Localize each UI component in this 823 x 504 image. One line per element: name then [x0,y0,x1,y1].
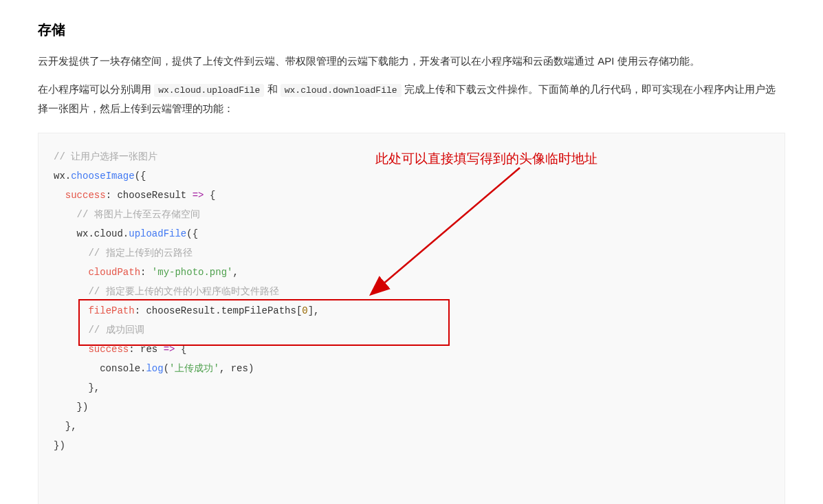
code-block: // 让用户选择一张图片 wx.chooseImage({ success: c… [38,133,785,504]
code-comment: // 成功回调 [88,325,144,336]
code-token: cloud [94,228,123,239]
code-token: console [100,363,140,374]
code-token: chooseResult [117,190,186,201]
section-title: 存储 [38,21,785,39]
code-token: success [65,190,106,201]
code-token: wx [54,171,65,182]
text-segment: 和 [264,83,280,95]
code-token: 0 [302,305,307,316]
svg-line-1 [382,168,520,285]
inline-code-download: wx.cloud.downloadFile [281,84,402,97]
code-token: chooseImage [71,171,134,182]
code-token: '上传成功' [169,363,219,374]
code-token: res [140,344,157,355]
code-token: chooseResult [146,305,215,316]
code-token: 'my-photo.png' [152,267,233,278]
code-token: filePath [88,305,134,316]
code-comment: // 指定上传到的云路径 [88,248,192,259]
code-token: res [231,363,248,374]
code-comment: // 指定要上传的文件的小程序临时文件路径 [88,286,278,297]
code-token: log [146,363,163,374]
code-comment: // 将图片上传至云存储空间 [77,209,200,220]
code-comment: // 让用户选择一张图片 [54,151,157,162]
code-token: cloudPath [88,267,140,278]
paragraph-2: 在小程序端可以分别调用 wx.cloud.uploadFile 和 wx.clo… [38,80,785,119]
code-token: uploadFile [129,228,186,239]
annotation-arrow-icon [362,161,540,298]
code-token: wx [77,228,89,239]
code-token: success [88,344,129,355]
annotation-text: 此处可以直接填写得到的头像临时地址 [375,146,597,172]
code-token: tempFilePaths [221,305,296,316]
inline-code-upload: wx.cloud.uploadFile [154,84,264,97]
paragraph-1: 云开发提供了一块存储空间，提供了上传文件到云端、带权限管理的云端下载能力，开发者… [38,52,785,72]
text-segment: 在小程序端可以分别调用 [38,83,154,95]
